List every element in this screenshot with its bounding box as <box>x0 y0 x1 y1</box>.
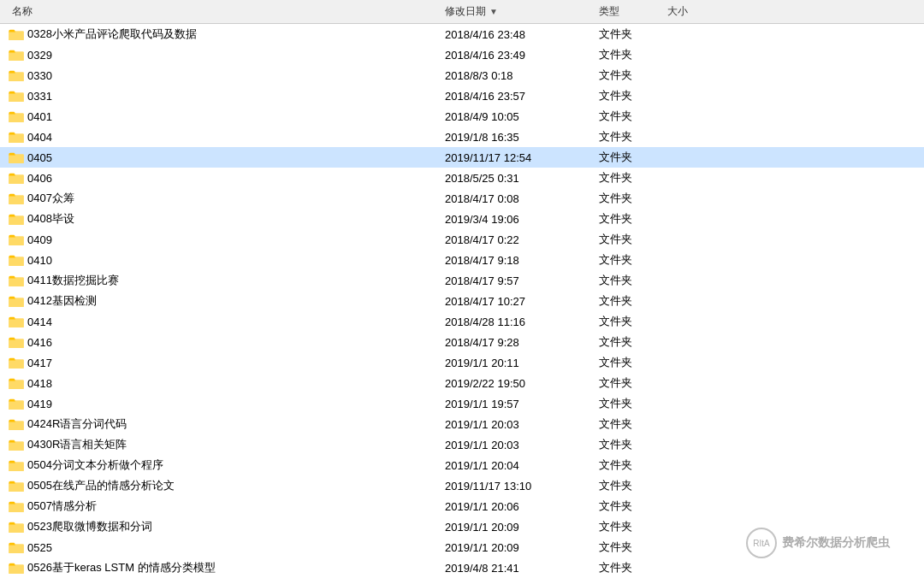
svg-rect-15 <box>9 175 24 185</box>
folder-icon <box>9 130 24 144</box>
table-row[interactable]: 0507情感分析2019/1/1 20:06文件夹 <box>0 496 924 516</box>
table-row[interactable]: 04192019/1/1 19:57文件夹 <box>0 393 924 414</box>
table-row[interactable]: 04012018/4/9 10:05文件夹 <box>0 106 924 127</box>
file-date: 2018/4/17 9:28 <box>445 336 599 349</box>
svg-rect-11 <box>9 134 24 144</box>
file-date: 2018/8/3 0:18 <box>445 69 599 82</box>
file-type: 文件夹 <box>599 560 667 575</box>
file-type: 文件夹 <box>599 437 667 452</box>
svg-rect-27 <box>9 298 24 308</box>
table-row[interactable]: 04062018/5/25 0:31文件夹 <box>0 168 924 188</box>
table-row[interactable]: 0504分词文本分析做个程序2019/1/1 20:04文件夹 <box>0 455 924 475</box>
table-row[interactable]: 03302018/8/3 0:18文件夹 <box>0 65 924 86</box>
file-name: 0525 <box>27 541 445 554</box>
table-row[interactable]: 03292018/4/16 23:49文件夹 <box>0 44 924 65</box>
file-name: 0412基因检测 <box>27 293 445 309</box>
svg-rect-13 <box>9 155 24 164</box>
table-row[interactable]: 04102018/4/17 9:18文件夹 <box>0 250 924 270</box>
file-date: 2018/5/25 0:31 <box>445 172 599 185</box>
folder-icon <box>9 499 24 513</box>
svg-rect-41 <box>9 442 24 451</box>
folder-icon <box>9 253 24 267</box>
file-date: 2019/1/1 20:03 <box>445 418 599 431</box>
table-row[interactable]: 03312018/4/16 23:57文件夹 <box>0 86 924 106</box>
folder-icon <box>9 89 24 103</box>
file-type: 文件夹 <box>599 170 667 186</box>
table-row[interactable]: 04052019/11/17 12:54文件夹 <box>0 147 924 168</box>
col-size-header[interactable]: 大小 <box>667 4 736 19</box>
table-row[interactable]: 04182019/2/22 19:50文件夹 <box>0 373 924 393</box>
col-date-header[interactable]: 修改日期 ▼ <box>445 4 599 19</box>
folder-icon <box>9 356 24 369</box>
col-type-header[interactable]: 类型 <box>599 4 667 19</box>
file-name: 0407众筹 <box>27 191 445 206</box>
folder-icon <box>9 68 24 82</box>
folder-icon <box>9 150 24 164</box>
file-name: 0424R语言分词代码 <box>27 416 445 432</box>
file-name: 0404 <box>27 131 445 144</box>
table-row[interactable]: 04162018/4/17 9:28文件夹 <box>0 332 924 352</box>
file-name: 0401 <box>27 110 445 123</box>
file-type: 文件夹 <box>599 109 667 124</box>
table-row[interactable]: 0505在线产品的情感分析论文2019/11/17 13:10文件夹 <box>0 475 924 496</box>
table-row[interactable]: 0328小米产品评论爬取代码及数据2018/4/16 23:48文件夹 <box>0 24 924 44</box>
svg-rect-17 <box>9 196 24 205</box>
table-row[interactable]: 04092018/4/17 0:22文件夹 <box>0 229 924 250</box>
file-name: 0430R语言相关矩阵 <box>27 437 445 452</box>
file-date: 2018/4/17 9:57 <box>445 274 599 287</box>
file-date: 2018/4/9 10:05 <box>445 110 599 123</box>
table-row[interactable]: 0408毕设2019/3/4 19:06文件夹 <box>0 209 924 229</box>
table-row[interactable]: 04042019/1/8 16:35文件夹 <box>0 127 924 147</box>
file-date: 2018/4/16 23:49 <box>445 49 599 62</box>
file-name: 0419 <box>27 398 445 410</box>
svg-rect-31 <box>9 339 24 349</box>
svg-rect-53 <box>9 565 24 575</box>
svg-rect-21 <box>9 237 24 246</box>
folder-icon <box>9 540 24 554</box>
file-type: 文件夹 <box>599 355 667 370</box>
svg-rect-39 <box>9 422 24 431</box>
file-type: 文件夹 <box>599 88 667 103</box>
file-type: 文件夹 <box>599 47 667 62</box>
table-row[interactable]: 05252019/1/1 20:09文件夹 <box>0 537 924 557</box>
col-name-header[interactable]: 名称 <box>9 4 445 19</box>
file-type: 文件夹 <box>599 540 667 555</box>
file-date: 2019/1/1 20:09 <box>445 541 599 554</box>
folder-icon <box>9 274 24 287</box>
table-row[interactable]: 0424R语言分词代码2019/1/1 20:03文件夹 <box>0 414 924 434</box>
file-type: 文件夹 <box>599 232 667 247</box>
svg-rect-3 <box>9 52 24 62</box>
table-row[interactable]: 0523爬取微博数据和分词2019/1/1 20:09文件夹 <box>0 516 924 537</box>
folder-icon <box>9 335 24 349</box>
folder-icon <box>9 520 24 534</box>
file-name: 0406 <box>27 172 445 185</box>
file-name: 0329 <box>27 49 445 62</box>
file-date: 2019/3/4 19:06 <box>445 213 599 226</box>
table-row[interactable]: 0430R语言相关矩阵2019/1/1 20:03文件夹 <box>0 434 924 455</box>
file-date: 2019/1/1 20:09 <box>445 521 599 534</box>
svg-rect-37 <box>9 401 24 410</box>
table-row[interactable]: 0526基于keras LSTM 的情感分类模型2019/4/8 21:41文件… <box>0 557 924 578</box>
file-name: 0409 <box>27 233 445 246</box>
file-list: 0328小米产品评论爬取代码及数据2018/4/16 23:48文件夹 0329… <box>0 24 924 584</box>
file-date: 2019/1/1 20:04 <box>445 459 599 472</box>
file-type: 文件夹 <box>599 416 667 432</box>
table-row[interactable]: 0412基因检测2018/4/17 10:27文件夹 <box>0 291 924 311</box>
table-row[interactable]: 0407众筹2018/4/17 0:08文件夹 <box>0 188 924 209</box>
table-row[interactable]: 0411数据挖掘比赛2018/4/17 9:57文件夹 <box>0 270 924 291</box>
file-date: 2019/11/17 12:54 <box>445 151 599 164</box>
file-date: 2019/2/22 19:50 <box>445 377 599 390</box>
file-name: 0331 <box>27 90 445 103</box>
folder-icon <box>9 561 24 575</box>
folder-icon <box>9 417 24 431</box>
svg-rect-33 <box>9 360 24 369</box>
file-date: 2018/4/17 10:27 <box>445 295 599 308</box>
file-date: 2019/1/1 20:03 <box>445 439 599 451</box>
file-type: 文件夹 <box>599 498 667 514</box>
file-date: 2019/1/1 19:57 <box>445 398 599 410</box>
file-name: 0505在线产品的情感分析论文 <box>27 478 445 493</box>
file-name: 0507情感分析 <box>27 498 445 514</box>
table-row[interactable]: 04172019/1/1 20:11文件夹 <box>0 352 924 373</box>
table-row[interactable]: 04142018/4/28 11:16文件夹 <box>0 311 924 332</box>
file-type: 文件夹 <box>599 293 667 309</box>
